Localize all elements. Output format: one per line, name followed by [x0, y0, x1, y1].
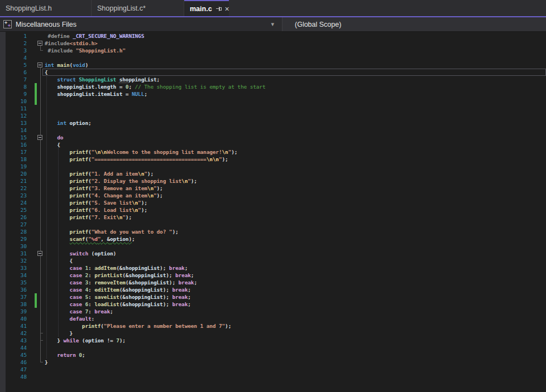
- change-tracking-bar: [35, 83, 37, 90]
- code-line[interactable]: 29 scanf("%d", &option);: [0, 235, 546, 243]
- code-line[interactable]: 27: [0, 221, 546, 228]
- line-number: 7: [6, 76, 27, 83]
- code-line[interactable]: 44: [0, 344, 546, 351]
- code-line[interactable]: 11: [0, 105, 546, 112]
- line-number: 31: [6, 250, 27, 257]
- code-line[interactable]: 15 do: [0, 134, 546, 141]
- fold-collapse-icon[interactable]: [37, 251, 42, 256]
- code-line[interactable]: 33 case 1: addItem(&shoppingList); break…: [0, 264, 546, 272]
- code-text: {: [45, 69, 48, 76]
- close-icon[interactable]: ×: [225, 6, 229, 12]
- code-line[interactable]: 3 #include "ShoppingList.h": [0, 47, 546, 54]
- code-line[interactable]: 5int main(void): [0, 61, 546, 69]
- chevron-down-icon[interactable]: ▾: [271, 21, 282, 28]
- line-number: 47: [6, 366, 27, 373]
- code-line[interactable]: 10: [0, 98, 546, 105]
- line-number: 43: [6, 337, 27, 344]
- code-text: case 3: removeItem(&shoppingList); break…: [45, 279, 197, 286]
- code-line[interactable]: 38 case 6: loadList(&shoppingList); brea…: [0, 301, 546, 308]
- line-number: 28: [6, 228, 27, 235]
- line-number: 15: [6, 134, 27, 141]
- miscellaneous-files-icon: ++: [3, 20, 12, 28]
- code-line[interactable]: 41 printf("Please enter a number between…: [0, 322, 546, 330]
- project-dropdown[interactable]: ++ Miscellaneous Files ▾: [0, 17, 282, 31]
- code-line[interactable]: 36 case 4: editItem(&shoppingList); brea…: [0, 286, 546, 293]
- code-line[interactable]: 34 case 2: printList(&shoppingList); bre…: [0, 272, 546, 279]
- line-number: 32: [6, 257, 27, 264]
- code-line[interactable]: 31 switch (option): [0, 250, 546, 257]
- code-line[interactable]: 12: [0, 112, 546, 119]
- line-number: 4: [6, 54, 27, 61]
- tab-shoppinglist-h[interactable]: ShoppingList.h: [0, 0, 92, 16]
- code-text: printf("3. Remove an item\n");: [45, 185, 163, 192]
- code-line[interactable]: 13 int option;: [0, 119, 546, 127]
- fold-collapse-icon[interactable]: [37, 62, 42, 67]
- line-number: 14: [6, 127, 27, 134]
- line-number: 45: [6, 351, 27, 359]
- tab-shoppinglist-c[interactable]: ShoppingList.c*: [92, 0, 184, 16]
- code-line[interactable]: 17 printf("\n\nWelcome to the shopping l…: [0, 148, 546, 156]
- line-number: 17: [6, 148, 27, 156]
- line-number: 16: [6, 141, 27, 148]
- line-number: 44: [6, 344, 27, 351]
- code-line[interactable]: 46}: [0, 359, 546, 366]
- code-line[interactable]: 16 {: [0, 141, 546, 148]
- pin-icon[interactable]: [216, 6, 223, 12]
- line-number: 8: [6, 83, 27, 90]
- code-line[interactable]: 21 printf("2. Display the shopping list\…: [0, 177, 546, 185]
- code-line[interactable]: 32 {: [0, 257, 546, 264]
- line-number: 40: [6, 315, 27, 322]
- tab-main-c[interactable]: main.c ×: [184, 0, 229, 16]
- navigation-bar: ++ Miscellaneous Files ▾ (Global Scope): [0, 17, 546, 32]
- code-line[interactable]: 6{: [0, 69, 546, 76]
- code-line[interactable]: 22 printf("3. Remove an item\n");: [0, 185, 546, 192]
- code-line[interactable]: 20 printf("1. Add an item\n");: [0, 170, 546, 177]
- code-editor[interactable]: 1 #define _CRT_SECURE_NO_WARNINGS2#inclu…: [0, 32, 546, 392]
- code-line[interactable]: 2#include<stdio.h>: [0, 40, 546, 47]
- code-line[interactable]: 14: [0, 127, 546, 134]
- line-number: 42: [6, 330, 27, 337]
- code-line[interactable]: 45 return 0;: [0, 351, 546, 359]
- line-number: 6: [6, 69, 27, 76]
- code-line[interactable]: 4: [0, 54, 546, 61]
- code-line[interactable]: 8 shoppingList.length = 0; // The shoppi…: [0, 83, 546, 90]
- code-line[interactable]: 24 printf("5. Save list\n");: [0, 199, 546, 206]
- code-line[interactable]: 18 printf("=============================…: [0, 156, 546, 163]
- code-line[interactable]: 9 shoppingList.itemList = NULL;: [0, 90, 546, 98]
- code-text: {: [45, 257, 73, 264]
- code-line[interactable]: 47: [0, 366, 546, 373]
- tab-label: main.c: [190, 5, 212, 13]
- code-line[interactable]: 40 default:: [0, 315, 546, 322]
- code-line[interactable]: 43 } while (option != 7);: [0, 337, 546, 344]
- line-number: 39: [6, 308, 27, 315]
- code-text: scanf("%d", &option);: [45, 235, 135, 243]
- line-number: 22: [6, 185, 27, 192]
- code-line[interactable]: 35 case 3: removeItem(&shoppingList); br…: [0, 279, 546, 286]
- line-number: 23: [6, 192, 27, 199]
- code-line[interactable]: 48: [0, 373, 546, 380]
- code-line[interactable]: 19: [0, 163, 546, 170]
- scope-dropdown[interactable]: (Global Scope): [282, 17, 546, 31]
- change-tracking-bar: [35, 98, 37, 105]
- code-line[interactable]: 1 #define _CRT_SECURE_NO_WARNINGS: [0, 32, 546, 40]
- code-line[interactable]: 39 case 7: break;: [0, 308, 546, 315]
- change-tracking-bar: [35, 90, 37, 98]
- line-number: 2: [6, 40, 27, 47]
- code-line[interactable]: 26 printf("7. Exit\n");: [0, 214, 546, 221]
- line-number: 9: [6, 90, 27, 98]
- code-line[interactable]: 42 }: [0, 330, 546, 337]
- code-line[interactable]: 23 printf("4. Change an item\n");: [0, 192, 546, 199]
- line-number: 36: [6, 286, 27, 293]
- code-line[interactable]: 37 case 5: saveList(&shoppingList); brea…: [0, 293, 546, 301]
- code-line[interactable]: 28 printf("What do you want to do? ");: [0, 228, 546, 235]
- line-number: 5: [6, 61, 27, 69]
- fold-collapse-icon[interactable]: [37, 41, 42, 46]
- code-text: struct ShoppingList shoppingList;: [45, 76, 160, 83]
- code-line[interactable]: 7 struct ShoppingList shoppingList;: [0, 76, 546, 83]
- code-text: shoppingList.itemList = NULL;: [45, 90, 147, 98]
- code-line[interactable]: 30: [0, 243, 546, 250]
- fold-collapse-icon[interactable]: [37, 135, 42, 140]
- code-text: case 7: break;: [45, 308, 113, 315]
- code-text: } while (option != 7);: [45, 337, 126, 344]
- code-line[interactable]: 25 printf("6. Load list\n");: [0, 206, 546, 214]
